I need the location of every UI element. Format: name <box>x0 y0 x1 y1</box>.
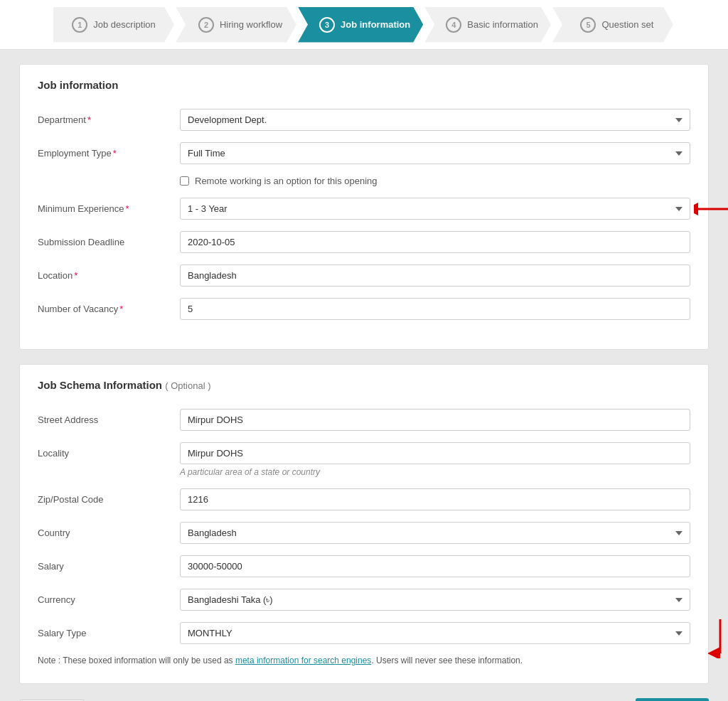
step-number-4: 4 <box>446 17 461 33</box>
country-row: Country Bangladesh India USA UK Canada <box>38 522 690 544</box>
salary-type-label: Salary Type <box>38 628 180 638</box>
zip-label: Zip/Postal Code <box>38 494 180 505</box>
locality-help-text: A particular area of a state or country <box>180 467 690 477</box>
submission-deadline-control <box>180 231 690 253</box>
submission-deadline-label: Submission Deadline <box>38 237 180 247</box>
salary-row: Salary <box>38 555 690 577</box>
locality-control: A particular area of a state or country <box>180 442 690 477</box>
step-label-4: Basic information <box>467 19 538 30</box>
salary-type-select[interactable]: MONTHLY WEEKLY HOURLY ANNUALLY <box>180 622 690 644</box>
red-arrow-down-icon <box>708 619 728 658</box>
salary-input[interactable] <box>180 555 690 577</box>
wizard-step-2[interactable]: 2 Hiring workflow <box>176 7 296 43</box>
vacancy-label: Number of Vacancy* <box>38 304 180 314</box>
step-label-2: Hiring workflow <box>220 19 282 30</box>
step-number-5: 5 <box>580 17 596 33</box>
submission-deadline-row: Submission Deadline <box>38 231 690 253</box>
wizard-step-3[interactable]: 3 Job information <box>298 7 423 43</box>
zip-input[interactable] <box>180 488 690 510</box>
salary-control <box>180 555 690 577</box>
submission-deadline-input[interactable] <box>180 231 690 253</box>
salary-type-row: Salary Type MONTHLY WEEKLY HOURLY ANNUAL… <box>38 622 690 644</box>
schema-note-link[interactable]: meta information for search engines <box>235 655 371 665</box>
wizard-step-4[interactable]: 4 Basic information <box>424 7 551 43</box>
form-actions: ← Back Next → <box>19 698 709 701</box>
vacancy-row: Number of Vacancy* <box>38 298 690 320</box>
country-select[interactable]: Bangladesh India USA UK Canada <box>180 522 690 544</box>
employment-type-select[interactable]: Full Time Part Time Contract Internship <box>180 142 690 164</box>
department-label: Department* <box>38 114 180 125</box>
min-experience-row: Minimum Experience* 1 - 3 Year 0 - 1 Yea… <box>38 198 690 220</box>
currency-select[interactable]: Bangladeshi Taka (৳) US Dollar ($) Euro … <box>180 589 690 611</box>
schema-note: Note : These boxed information will only… <box>38 655 690 665</box>
department-row: Department* Development Dept. HR Dept. F… <box>38 109 690 131</box>
remote-checkbox[interactable] <box>180 176 189 186</box>
step-number-1: 1 <box>72 17 87 33</box>
min-experience-control: 1 - 3 Year 0 - 1 Year 3 - 5 Year 5+ Year <box>180 198 690 220</box>
currency-control: Bangladeshi Taka (৳) US Dollar ($) Euro … <box>180 589 690 611</box>
location-row: Location* <box>38 264 690 287</box>
salary-label: Salary <box>38 561 180 572</box>
step-number-2: 2 <box>198 17 214 33</box>
job-schema-card: Job Schema Information ( Optional ) Stre… <box>19 364 709 684</box>
employment-type-label: Employment Type* <box>38 148 180 159</box>
location-control <box>180 264 690 287</box>
currency-row: Currency Bangladeshi Taka (৳) US Dollar … <box>38 589 690 611</box>
zip-row: Zip/Postal Code <box>38 488 690 510</box>
currency-label: Currency <box>38 594 180 605</box>
step-label-1: Job description <box>93 19 155 30</box>
vacancy-input[interactable] <box>180 298 690 320</box>
red-arrow-right-icon <box>694 198 728 220</box>
zip-control <box>180 488 690 510</box>
street-address-row: Street Address <box>38 409 690 431</box>
locality-input[interactable] <box>180 442 690 464</box>
min-experience-label: Minimum Experience* <box>38 203 180 214</box>
wizard-step-1[interactable]: 1 Job description <box>53 7 174 43</box>
department-select[interactable]: Development Dept. HR Dept. Finance Dept.… <box>180 109 690 131</box>
employment-type-control: Full Time Part Time Contract Internship <box>180 142 690 164</box>
schema-card-title: Job Schema Information ( Optional ) <box>38 379 690 395</box>
location-input[interactable] <box>180 264 690 287</box>
next-button[interactable]: Next → <box>636 698 709 701</box>
wizard-navigation: 1 Job description 2 Hiring workflow 3 Jo… <box>0 0 728 50</box>
step-label-3: Job information <box>341 19 410 30</box>
street-address-label: Street Address <box>38 414 180 425</box>
country-control: Bangladesh India USA UK Canada <box>180 522 690 544</box>
street-address-control <box>180 409 690 431</box>
remote-checkbox-label: Remote working is an option for this ope… <box>195 176 378 186</box>
vacancy-control <box>180 298 690 320</box>
wizard-step-5[interactable]: 5 Question set <box>552 7 673 43</box>
location-label: Location* <box>38 270 180 281</box>
job-information-card: Job information Department* Development … <box>19 64 709 350</box>
min-experience-select[interactable]: 1 - 3 Year 0 - 1 Year 3 - 5 Year 5+ Year <box>180 198 690 220</box>
step-label-5: Question set <box>601 19 653 30</box>
department-control: Development Dept. HR Dept. Finance Dept.… <box>180 109 690 131</box>
remote-checkbox-row: Remote working is an option for this ope… <box>38 176 690 186</box>
step-number-3: 3 <box>319 17 335 33</box>
job-info-card-title: Job information <box>38 79 690 95</box>
country-label: Country <box>38 528 180 538</box>
locality-row: Locality A particular area of a state or… <box>38 442 690 477</box>
street-address-input[interactable] <box>180 409 690 431</box>
salary-type-control: MONTHLY WEEKLY HOURLY ANNUALLY <box>180 622 690 644</box>
employment-type-row: Employment Type* Full Time Part Time Con… <box>38 142 690 164</box>
locality-label: Locality <box>38 442 180 459</box>
